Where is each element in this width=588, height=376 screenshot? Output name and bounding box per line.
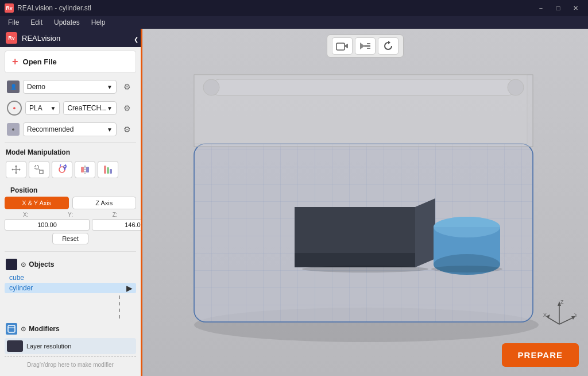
z-label: Z: [94, 212, 136, 218]
model-manipulation-title: Model Manipulation [0, 145, 141, 159]
quality-dropdown[interactable]: Recommended ▼ [23, 122, 117, 136]
modifiers-section: ⊙ Modifiers Layer resolution Drag'n'drop… [0, 319, 141, 375]
profile-caret-icon: ▼ [107, 84, 113, 90]
position-section: Position X & Y Axis Z Axis X: Y: Z: Rese… [0, 181, 141, 249]
reset-button[interactable]: Reset [52, 233, 88, 244]
titlebar: Rv REALvision - cylinder.stl − □ ✕ [0, 0, 588, 16]
svg-point-36 [203, 79, 219, 95]
profile-row: 👤 Demo ▼ ⚙ [2, 78, 138, 96]
svg-marker-2 [15, 165, 17, 167]
viewport[interactable]: Z Y X PREPARE [142, 29, 588, 376]
svg-marker-39 [295, 253, 415, 267]
material-type-caret-icon: ▼ [51, 105, 56, 112]
svg-rect-13 [86, 167, 89, 172]
app-logo: Rv [5, 3, 14, 13]
modifier-layer-resolution[interactable]: Layer resolution [5, 338, 136, 354]
drag-dashed-line [119, 296, 120, 319]
profile-settings-button[interactable]: ⚙ [120, 80, 134, 94]
mirror-tool-button[interactable] [75, 161, 95, 178]
quality-label: Recommended [27, 125, 74, 133]
refresh-button[interactable] [378, 37, 399, 55]
quality-settings-button[interactable]: ⚙ [120, 122, 134, 136]
layer-resolution-icon [7, 340, 23, 352]
material-settings-button[interactable]: ⚙ [120, 101, 134, 115]
svg-marker-27 [388, 41, 390, 44]
svg-marker-40 [415, 198, 435, 267]
collapse-sidebar-button[interactable]: ❮ [131, 31, 141, 47]
menu-help[interactable]: Help [86, 17, 111, 28]
xy-axis-button[interactable]: X & Y Axis [5, 197, 69, 209]
window-controls: − □ ✕ [533, 0, 583, 16]
objects-title: ⊙ Objects [21, 260, 54, 268]
menu-edit[interactable]: Edit [25, 17, 48, 28]
position-title: Position [5, 183, 136, 197]
menubar: File Edit Updates Help [0, 16, 588, 29]
rotate-icon [57, 164, 67, 175]
mirror-icon [80, 164, 90, 175]
svg-text:Y: Y [574, 312, 577, 318]
profile-dropdown[interactable]: Demo ▼ [23, 80, 117, 94]
svg-rect-17 [110, 169, 112, 174]
quality-row: ● Recommended ▼ ⚙ [2, 120, 138, 139]
main-layout: Rv REALvision ❮ + Open File 👤 Demo ▼ ⚙ ●… [0, 29, 588, 376]
window-title: REALvision - cylinder.stl [17, 4, 91, 12]
material-brand-dropdown[interactable]: CreaTECH... ▼ [63, 101, 117, 115]
y-label: Y: [49, 212, 92, 218]
3d-scene [142, 29, 588, 376]
menu-updates[interactable]: Updates [48, 17, 86, 28]
rotate-tool-button[interactable] [52, 161, 72, 178]
rv-logo: Rv [6, 32, 17, 44]
svg-rect-35 [211, 79, 516, 95]
x-input[interactable] [5, 219, 90, 231]
app-name-label: REALvision [22, 34, 60, 43]
x-label: X: [5, 212, 47, 218]
close-button[interactable]: ✕ [567, 0, 583, 16]
axis-indicator: Z Y X [542, 296, 577, 330]
svg-rect-15 [104, 166, 106, 174]
camera-view-button[interactable] [332, 37, 353, 55]
quality-icon: ● [7, 123, 20, 136]
divider-2 [5, 251, 136, 252]
svg-marker-3 [15, 172, 17, 174]
svg-point-46 [431, 266, 502, 273]
y-input[interactable] [92, 219, 142, 231]
svg-rect-12 [81, 167, 84, 172]
svg-line-50 [559, 317, 574, 324]
z-axis-button[interactable]: Z Axis [72, 197, 137, 209]
menu-file[interactable]: File [2, 17, 25, 28]
svg-rect-7 [40, 170, 43, 174]
svg-marker-4 [11, 168, 13, 171]
plus-icon: + [12, 56, 18, 68]
modifiers-title: ⊙ Modifiers [21, 325, 60, 333]
objects-icon [6, 259, 17, 270]
sidebar-header: Rv REALvision [0, 29, 141, 47]
scale-tool-button[interactable] [29, 161, 49, 178]
object-cylinder[interactable]: cylinder ▶ [5, 283, 136, 293]
cut-plane-button[interactable] [355, 37, 376, 55]
profile-label: Demo [27, 83, 45, 91]
position-labels: X: Y: Z: [5, 212, 136, 218]
svg-point-37 [508, 79, 524, 95]
sidebar: Rv REALvision ❮ + Open File 👤 Demo ▼ ⚙ ●… [0, 29, 142, 376]
minimize-button[interactable]: − [533, 0, 549, 16]
objects-header: ⊙ Objects [5, 256, 136, 273]
drag-drop-hint: Drag'n'drop here to make modifier [5, 356, 136, 373]
move-tool-button[interactable] [6, 161, 26, 178]
object-cube[interactable]: cube [5, 273, 136, 283]
cut-icon [359, 41, 372, 51]
refresh-icon [382, 40, 394, 52]
svg-point-41 [302, 266, 428, 273]
svg-marker-38 [295, 207, 415, 253]
cursor-icon: ▶ [126, 283, 133, 293]
divider-1 [5, 142, 136, 143]
material-type-dropdown[interactable]: PLA ▼ [25, 101, 60, 115]
arrange-tool-button[interactable] [98, 161, 118, 178]
profile-icon: 👤 [7, 80, 20, 93]
material-brand-caret-icon: ▼ [107, 105, 113, 112]
svg-marker-21 [345, 44, 348, 48]
svg-rect-18 [8, 325, 15, 332]
prepare-button[interactable]: PREPARE [502, 343, 579, 367]
open-file-button[interactable]: + Open File [5, 51, 136, 73]
restore-button[interactable]: □ [550, 0, 566, 16]
modifiers-header: ⊙ Modifiers [5, 321, 136, 337]
